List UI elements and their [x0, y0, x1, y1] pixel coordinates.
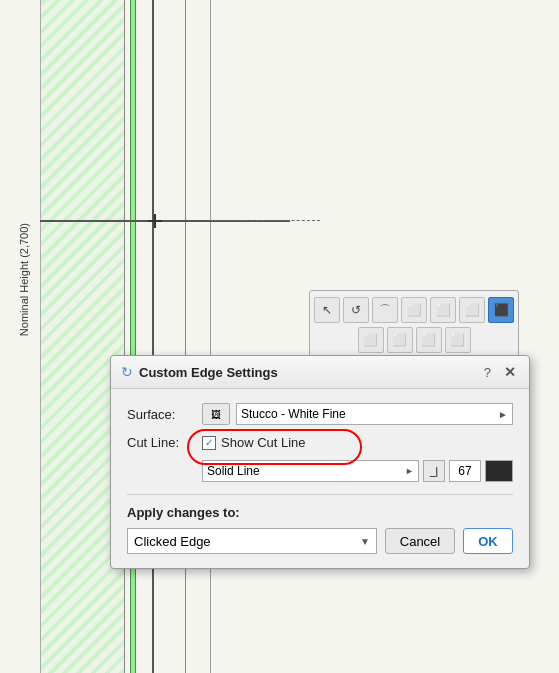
toolbar-btn-tool5[interactable]: ⬜	[430, 297, 456, 323]
apply-select-chevron-icon: ▼	[360, 536, 370, 547]
line-weight-input[interactable]: 67	[449, 460, 481, 482]
cancel-button[interactable]: Cancel	[385, 528, 455, 554]
toolbar-btn-select[interactable]: ↖	[314, 297, 340, 323]
surface-label: Surface:	[127, 407, 202, 422]
dialog-title: Custom Edge Settings	[139, 365, 278, 380]
line-style-value: Solid Line	[207, 464, 260, 478]
toolbar-btn-tool4[interactable]: ⬜	[401, 297, 427, 323]
dialog-title-actions: ? ✕	[484, 363, 519, 381]
toolbar-btn-rotate[interactable]: ↺	[343, 297, 369, 323]
custom-edge-settings-dialog: ↻ Custom Edge Settings ? ✕ Surface: 🖼 St…	[110, 355, 530, 569]
surface-icon-button[interactable]: 🖼	[202, 403, 230, 425]
cad-dashed-line	[210, 220, 320, 221]
line-style-select[interactable]: Solid Line ►	[202, 460, 419, 482]
apply-row: Clicked Edge ▼ Cancel OK	[127, 528, 513, 554]
floating-toolbar: ↖ ↺ ⌒ ⬜ ⬜ ⬜ ⬛ ⬜ ⬜ ⬜ ⬜	[309, 290, 519, 360]
toolbar-btn-tool9[interactable]: ⬜	[387, 327, 413, 353]
nominal-height-label: Nominal Height (2,700)	[14, 200, 34, 360]
toolbar-btn-tool10[interactable]: ⬜	[416, 327, 442, 353]
cross-marker	[148, 214, 162, 228]
cut-line-row: Cut Line: ✓ Show Cut Line	[127, 435, 513, 450]
cad-line-v3	[210, 0, 211, 673]
divider	[127, 494, 513, 495]
toolbar-row-2: ⬜ ⬜ ⬜ ⬜	[358, 327, 471, 353]
cad-line-v2	[185, 0, 186, 673]
cad-line-v1	[152, 0, 154, 673]
show-cut-line-label: Show Cut Line	[221, 435, 306, 450]
show-cut-line-checkbox[interactable]: ✓	[202, 436, 216, 450]
green-column	[40, 0, 125, 673]
surface-control: 🖼 Stucco - White Fine ►	[202, 403, 513, 425]
surface-chevron-icon: ►	[498, 409, 508, 420]
apply-to-value: Clicked Edge	[134, 534, 211, 549]
line-weight-icon-button[interactable]: _|	[423, 460, 445, 482]
dialog-app-icon: ↻	[121, 364, 133, 380]
dialog-close-button[interactable]: ✕	[501, 363, 519, 381]
green-line	[130, 0, 136, 673]
toolbar-btn-tool7[interactable]: ⬛	[488, 297, 514, 323]
cut-line-label: Cut Line:	[127, 435, 202, 450]
toolbar-btn-tool6[interactable]: ⬜	[459, 297, 485, 323]
line-color-button[interactable]	[485, 460, 513, 482]
surface-value: Stucco - White Fine	[241, 407, 346, 421]
surface-row: Surface: 🖼 Stucco - White Fine ►	[127, 403, 513, 425]
ok-button[interactable]: OK	[463, 528, 513, 554]
dialog-titlebar: ↻ Custom Edge Settings ? ✕	[111, 356, 529, 389]
toolbar-btn-tool8[interactable]: ⬜	[358, 327, 384, 353]
show-cut-line-wrapper: ✓ Show Cut Line	[202, 435, 306, 450]
dialog-title-left: ↻ Custom Edge Settings	[121, 364, 278, 380]
cut-line-control: ✓ Show Cut Line	[202, 435, 513, 450]
line-style-arrow-icon: ►	[405, 466, 414, 476]
surface-input[interactable]: Stucco - White Fine ►	[236, 403, 513, 425]
apply-to-select[interactable]: Clicked Edge ▼	[127, 528, 377, 554]
toolbar-row-1: ↖ ↺ ⌒ ⬜ ⬜ ⬜ ⬛	[314, 297, 514, 323]
line-style-row: Solid Line ► _| 67	[127, 460, 513, 482]
apply-changes-label: Apply changes to:	[127, 505, 513, 520]
toolbar-btn-tool3[interactable]: ⌒	[372, 297, 398, 323]
dialog-help-button[interactable]: ?	[484, 365, 491, 380]
toolbar-btn-tool11[interactable]: ⬜	[445, 327, 471, 353]
dialog-body: Surface: 🖼 Stucco - White Fine ► Cut Lin…	[111, 389, 529, 568]
